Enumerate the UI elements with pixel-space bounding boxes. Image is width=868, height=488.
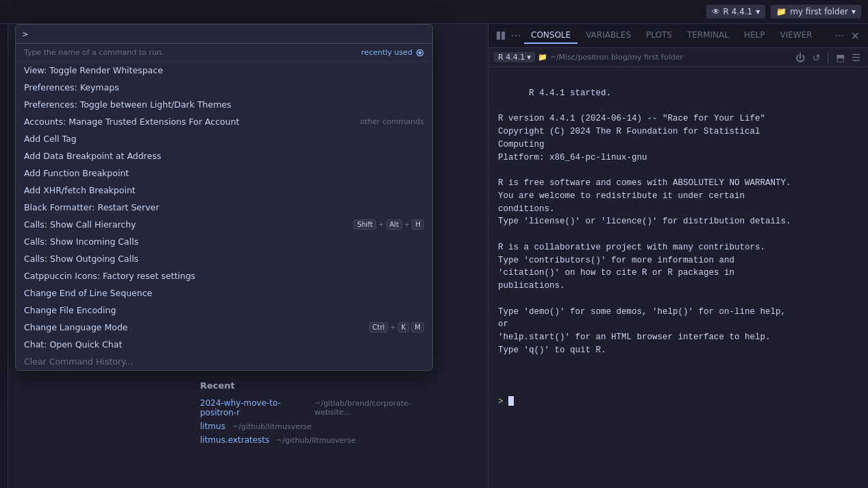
left-panel: Type the name of a command to run. recen… (8, 24, 488, 488)
command-palette-input-row (16, 25, 432, 44)
toolbar-separator (828, 52, 828, 63)
command-palette: Type the name of a command to run. recen… (15, 24, 433, 371)
tab-viewer[interactable]: VIEWER (773, 27, 819, 44)
recent-section: Recent 2024-why-move-to-positron-r ~/git… (200, 380, 433, 447)
refresh-button[interactable]: ↺ (810, 52, 822, 63)
console-r-chevron: ▾ (527, 53, 531, 62)
sidebar (0, 24, 8, 488)
recent-item-2[interactable]: litmus ~/github/litmusverse (200, 419, 433, 433)
recent-item-path-1: ~/gitlab/brand/corporate-website... (314, 399, 433, 417)
command-item[interactable]: Clear Command History... (16, 353, 432, 370)
tab-help[interactable]: HELP (737, 27, 772, 44)
recently-used-label[interactable]: recently used (361, 48, 424, 57)
command-item[interactable]: Calls: Show Outgoing Calls (16, 250, 432, 267)
command-palette-input[interactable] (23, 29, 425, 39)
tab-plots[interactable]: PLOTS (639, 27, 679, 44)
command-palette-hint: Type the name of a command to run. recen… (16, 44, 432, 62)
command-item[interactable]: Preferences: Toggle between Light/Dark T… (16, 96, 432, 113)
recent-item-name-3: litmus.extratests (200, 435, 269, 445)
topbar: 👁 R 4.4.1 ▾ 📁 my first folder ▾ (0, 0, 868, 24)
tab-variables[interactable]: VARIABLES (579, 27, 638, 44)
recently-used-text: recently used (361, 48, 412, 57)
recent-item-path-2: ~/github/litmusverse (232, 422, 312, 431)
folder-selector[interactable]: 📁 my first folder ▾ (771, 5, 861, 19)
console-path-text: ~/Misc/positron blog/my first folder (550, 53, 683, 62)
maximize-button[interactable]: ⬒ (834, 52, 847, 63)
command-item[interactable]: Catppuccin Icons: Factory reset settings (16, 267, 432, 284)
r-version-chevron: ▾ (756, 7, 760, 16)
r-version-selector[interactable]: 👁 R 4.4.1 ▾ (706, 5, 766, 19)
command-item[interactable]: Change End of Line Sequence (16, 284, 432, 302)
list-button[interactable]: ☰ (850, 52, 863, 63)
console-output: R 4.4.1 started. R version 4.4.1 (2024-0… (488, 67, 868, 488)
command-item[interactable]: Chat: Open Quick Chat (16, 336, 432, 353)
panel-tabs: ··· CONSOLE VARIABLES PLOTS TERMINAL HEL… (488, 24, 868, 48)
power-button[interactable]: ⏻ (793, 52, 807, 63)
console-text: R 4.4.1 started. R version 4.4.1 (2024-0… (498, 88, 791, 355)
main-layout: Type the name of a command to run. recen… (0, 24, 868, 488)
recent-item-1[interactable]: 2024-why-move-to-positron-r ~/gitlab/bra… (200, 396, 433, 419)
console-toolbar: R 4.4.1 ▾ 📁 ~/Misc/positron blog/my firs… (488, 48, 868, 67)
right-panel: ··· CONSOLE VARIABLES PLOTS TERMINAL HEL… (488, 24, 868, 488)
console-path: 📁 ~/Misc/positron blog/my first folder (538, 53, 683, 62)
console-r-badge[interactable]: R 4.4.1 ▾ (494, 52, 535, 62)
tab-terminal[interactable]: TERMINAL (680, 27, 736, 44)
eye-icon: 👁 (712, 7, 720, 16)
other-commands-label: other commands (360, 117, 424, 126)
settings-icon (416, 49, 424, 57)
tab-console[interactable]: CONSOLE (524, 27, 578, 44)
more-tabs-icon[interactable]: ··· (509, 29, 523, 42)
folder-name-label: my first folder (790, 7, 848, 16)
hint-text: Type the name of a command to run. (24, 48, 164, 57)
command-item[interactable]: Preferences: Keymaps (16, 79, 432, 96)
recent-item-name-2: litmus (200, 422, 225, 431)
more-panel-icon[interactable]: ··· (832, 30, 846, 41)
command-item[interactable]: View: Toggle Render Whitespace (16, 62, 432, 79)
command-item[interactable]: Add XHR/fetch Breakpoint (16, 182, 432, 199)
close-panel-button[interactable]: ✕ (848, 29, 863, 42)
recent-item-name-1: 2024-why-move-to-positron-r (200, 398, 308, 417)
shortcut-calls-hierarchy: Shift+Alt+H (354, 219, 424, 230)
command-item[interactable]: Change File Encoding (16, 302, 432, 319)
command-item[interactable]: Calls: Show Call Hierarchy Shift+Alt+H (16, 216, 432, 233)
folder-icon: 📁 (776, 7, 786, 16)
command-item[interactable]: Add Data Breakpoint at Address (16, 147, 432, 164)
console-r-label: R 4.4.1 (498, 53, 525, 62)
console-prompt: > (498, 397, 504, 406)
command-item[interactable]: Calls: Show Incoming Calls (16, 233, 432, 250)
command-item[interactable]: Change Language Mode Ctrl+KM (16, 319, 432, 336)
console-path-folder-icon: 📁 (538, 53, 547, 62)
svg-rect-1 (501, 32, 505, 40)
console-cursor (508, 396, 514, 406)
recent-title: Recent (200, 380, 433, 391)
split-icon[interactable] (494, 29, 508, 42)
recent-item-path-3: ~/github/litmusverse (276, 436, 356, 445)
folder-chevron: ▾ (852, 7, 856, 16)
svg-rect-0 (497, 32, 500, 40)
command-item[interactable]: Add Cell Tag (16, 130, 432, 147)
shortcut-language-mode: Ctrl+KM (369, 322, 424, 332)
recent-item-3[interactable]: litmus.extratests ~/github/litmusverse (200, 433, 433, 447)
command-item[interactable]: Add Function Breakpoint (16, 164, 432, 182)
command-item[interactable]: Black Formatter: Restart Server (16, 199, 432, 216)
command-item[interactable]: Accounts: Manage Trusted Extensions For … (16, 113, 432, 130)
r-version-label: R 4.4.1 (723, 7, 753, 16)
